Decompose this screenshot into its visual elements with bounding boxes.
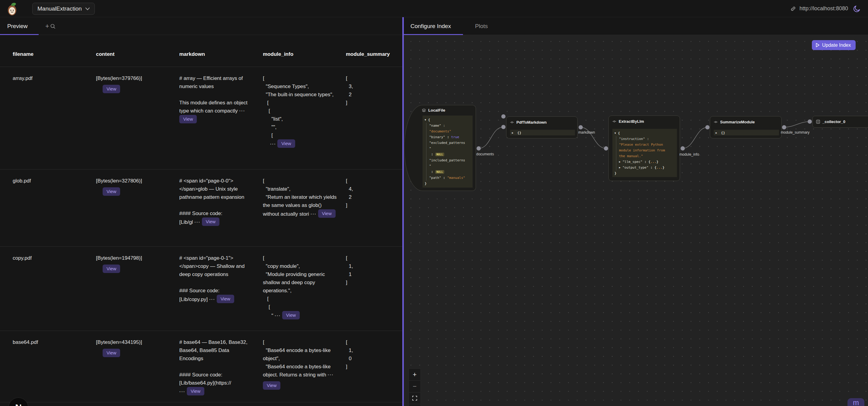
cell-module-summary: [ 3, 2 ] [346,74,400,107]
content-bytes-text: [Bytes(len=434195)] [96,339,142,345]
fit-view-button[interactable] [409,393,421,404]
content-bytes-text: [Bytes(len=379766)] [96,75,142,81]
transform-icon [510,120,514,124]
search-icon [50,23,56,29]
pipeline-selector-label: ManualExtraction [37,5,82,12]
cell-content: [Bytes(len=434195)]View [96,338,175,358]
chevron-down-icon [85,7,90,10]
table-bottom-divider [0,402,402,402]
view-module-info-button[interactable]: View [282,311,300,319]
table-row: glob.pdf [Bytes(len=327806)]View # <span… [0,170,402,247]
view-module-info-button[interactable]: View [277,139,295,148]
transform-icon [612,120,616,123]
cell-module-info: [ "Base64 encode a bytes-like object", "… [263,338,337,390]
port-pdftomarkdown-in-1 [501,114,505,119]
node-collector-0[interactable]: _collector_0 [812,116,868,128]
table-row: array.pdf [Bytes(len=379766)]View # arra… [0,67,402,170]
truncation-ellipsis: ··· [209,297,215,302]
transform-icon [714,120,718,124]
dark-mode-toggle-moon-icon[interactable] [853,5,861,13]
cell-module-info: [ "copy module", "Module providing gener… [263,254,337,320]
edge-modulesummary-to-collector [784,122,810,127]
tab-plots[interactable]: Plots [475,17,488,35]
table-row: base64.pdf [Bytes(len=434195)]View # bas… [0,331,402,406]
truncation-ellipsis: ··· [328,372,334,378]
truncation-ellipsis: ··· [275,313,281,318]
node-extractbyllm[interactable]: ExtractByLlm ▼ {"instruction" :"Please e… [609,115,680,181]
server-url: http://localhost:8080 [790,0,848,17]
node-summarizemodule[interactable]: SummarizeModule ▶ {} [710,116,782,138]
app-logo-mascot-icon [7,2,18,16]
nextjs-badge-letter: N [15,402,22,406]
grid-icon [816,120,820,124]
tab-configure-index-label: Configure Index [410,23,451,30]
view-content-button[interactable]: View [103,265,120,273]
node-localfile-title: LocalFile [428,108,445,112]
tab-configure-index[interactable]: Configure Index [410,17,451,35]
port-pdftomarkdown-in-2 [501,125,505,129]
view-content-button[interactable]: View [103,349,120,357]
lock-button[interactable] [409,404,421,406]
cell-module-summary: [ 1, 1 ] [346,254,400,286]
content-bytes-text: [Bytes(len=327806)] [96,178,142,184]
content-bytes-text: [Bytes(len=194798)] [96,255,142,261]
node-summarizemodule-json[interactable]: ▶ {} [714,130,779,135]
add-search-button[interactable]: + [45,17,56,35]
node-collector-0-header: _collector_0 [816,120,845,124]
cell-filename: copy.pdf [13,254,91,262]
view-content-button[interactable]: View [103,85,120,93]
node-summarizemodule-header: SummarizeModule [714,120,755,124]
node-localfile[interactable]: LocalFile ▼ {"name" :"documents""binary"… [404,105,476,191]
port-label-markdown: markdown [578,130,595,135]
link-icon [790,5,797,12]
port-label-module-info: module_info [679,152,699,157]
truncation-ellipsis: ··· [239,108,245,114]
table-header-row: filename content markdown module_info mo… [0,45,402,67]
node-extractbyllm-header: ExtractByLlm [612,119,644,124]
zoom-out-button[interactable]: − [409,381,421,393]
preview-tab-bar: Preview + [0,17,402,35]
cell-filename: array.pdf [13,74,91,82]
port-extractbyllm-in [604,146,608,150]
view-module-info-button[interactable]: View [318,209,336,218]
play-icon [815,43,820,47]
node-localfile-json[interactable]: ▼ {"name" :"documents""binary" : true"ex… [423,115,473,188]
view-content-button[interactable]: View [103,187,120,196]
canvas-controls: + − [409,369,421,406]
node-collector-0-title: _collector_0 [823,120,845,124]
cell-content: [Bytes(len=379766)]View [96,74,175,94]
view-markdown-button[interactable]: View [179,115,197,123]
truncation-ellipsis: ··· [311,211,317,217]
graph-edges-layer [404,35,868,406]
view-markdown-button[interactable]: View [187,387,204,396]
cell-markdown: # <span id="page-0-1"></span>copy — Shal… [179,254,254,303]
port-markdown-out [579,125,583,129]
cell-markdown: # <span id="page-0-0"></span>glob — Unix… [179,177,254,226]
update-index-button[interactable]: Update Index [812,40,856,50]
cell-content: [Bytes(len=194798)]View [96,254,175,273]
zoom-in-button[interactable]: + [409,369,421,381]
column-header-content: content [96,51,114,57]
cell-content: [Bytes(len=327806)]View [96,177,175,196]
node-summarizemodule-title: SummarizeModule [720,120,755,124]
table-row: copy.pdf [Bytes(len=194798)]View # <span… [0,247,402,331]
view-module-info-button[interactable]: View [263,381,280,390]
view-markdown-button[interactable]: View [202,217,219,226]
index-graph-canvas[interactable]: Update Index LocalFile ▼ {"name" :"docum… [404,35,868,406]
node-pdftomarkdown-title: PdfToMarkdown [517,120,547,125]
truncation-ellipsis: ··· [179,389,185,395]
minimap-glyph: m [853,398,859,406]
column-header-filename: filename [13,51,33,57]
tab-preview[interactable]: Preview [7,17,28,35]
markdown-text: # array — Efficient arrays of numeric va… [179,75,249,114]
node-pdftomarkdown[interactable]: PdfToMarkdown ▶ {} [506,116,578,138]
node-pdftomarkdown-json[interactable]: ▶ {} [510,130,575,135]
port-collector-in [808,120,812,124]
pipeline-selector-dropdown[interactable]: ManualExtraction [32,3,95,15]
minimap-toggle-button[interactable]: m [847,398,864,406]
cell-module-info: [ "Sequence Types", "The built-in sequen… [263,74,337,148]
view-markdown-button[interactable]: View [217,295,234,303]
truncation-ellipsis: ··· [194,219,200,225]
node-extractbyllm-json[interactable]: ▼ {"instruction" :"Please extract Python… [612,129,677,177]
module-info-text: [ "Base64 encode a bytes-like object", "… [263,339,332,378]
